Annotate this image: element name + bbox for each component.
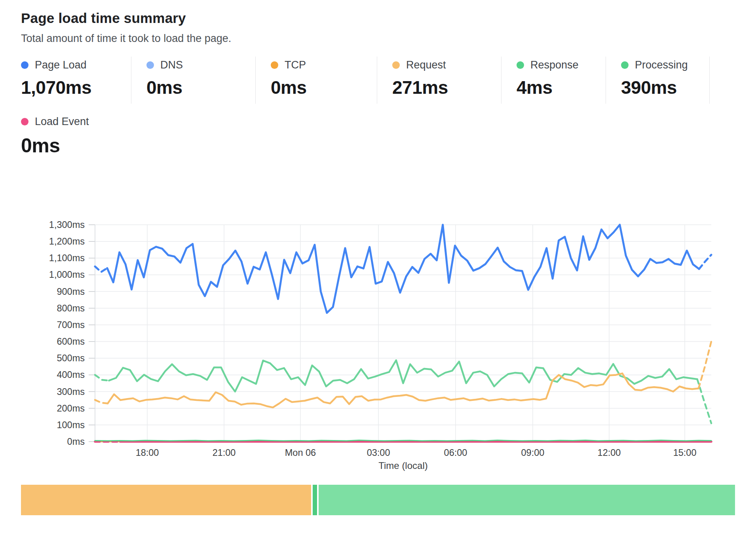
metric-value: 4ms (517, 77, 606, 98)
timeline-segment-orange-period[interactable] (21, 485, 311, 515)
svg-text:03:00: 03:00 (367, 448, 390, 458)
legend-item-response[interactable]: Response 4ms (501, 57, 606, 104)
metric-value: 0ms (271, 77, 377, 98)
tcp-color-dot (271, 61, 278, 69)
page-load-color-dot (21, 61, 28, 69)
metric-value: 0ms (21, 134, 756, 157)
svg-text:0ms: 0ms (67, 436, 85, 447)
metric-label: Processing (635, 59, 688, 71)
legend-item-page-load[interactable]: Page Load 1,070ms (21, 57, 131, 104)
svg-text:1,000ms: 1,000ms (49, 269, 85, 280)
svg-text:200ms: 200ms (57, 403, 85, 414)
svg-text:700ms: 700ms (57, 320, 85, 330)
metric-label: Response (530, 59, 579, 71)
svg-text:Mon 06: Mon 06 (285, 448, 316, 458)
metric-label: Request (406, 59, 446, 71)
svg-text:09:00: 09:00 (521, 448, 545, 458)
legend-item-dns[interactable]: DNS 0ms (131, 57, 256, 104)
svg-text:21:00: 21:00 (213, 448, 236, 458)
svg-text:18:00: 18:00 (136, 448, 159, 458)
metric-label: TCP (285, 59, 306, 71)
svg-text:1,100ms: 1,100ms (49, 253, 85, 263)
metric-value: 0ms (146, 77, 255, 98)
timeline-segment-green-stripe[interactable] (313, 485, 317, 515)
dns-color-dot (146, 61, 154, 69)
response-color-dot (517, 61, 524, 69)
svg-text:12:00: 12:00 (598, 448, 621, 458)
processing-color-dot (621, 61, 629, 69)
svg-text:400ms: 400ms (57, 370, 85, 380)
svg-text:100ms: 100ms (57, 420, 85, 430)
legend-item-load-event[interactable]: Load Event 0ms (21, 116, 756, 157)
timeline-segment-green-period[interactable] (319, 485, 735, 515)
page: Page load time summary Total amount of t… (0, 0, 756, 515)
svg-text:15:00: 15:00 (673, 448, 697, 458)
legend-item-tcp[interactable]: TCP 0ms (256, 57, 377, 104)
metric-value: 271ms (392, 77, 501, 98)
metric-label: Load Event (35, 116, 89, 128)
svg-text:500ms: 500ms (57, 353, 85, 363)
svg-text:1,300ms: 1,300ms (49, 220, 85, 230)
page-subtitle: Total amount of time it took to load the… (21, 32, 756, 45)
svg-text:300ms: 300ms (57, 387, 85, 397)
metric-label: Page Load (35, 59, 87, 71)
load-event-color-dot (21, 118, 28, 125)
page-load-time-chart[interactable]: 0ms100ms200ms300ms400ms500ms600ms700ms80… (0, 215, 756, 476)
legend-item-request[interactable]: Request 271ms (377, 57, 501, 104)
svg-text:600ms: 600ms (57, 336, 85, 347)
metrics-legend-row: Page Load 1,070ms DNS 0ms TCP 0ms Reques… (21, 57, 756, 104)
svg-text:06:00: 06:00 (444, 448, 467, 458)
metric-value: 390ms (621, 77, 709, 98)
request-color-dot (392, 61, 400, 69)
legend-item-processing[interactable]: Processing 390ms (606, 57, 710, 104)
metric-value: 1,070ms (21, 77, 131, 98)
svg-text:1,200ms: 1,200ms (49, 236, 85, 247)
timeline-status-bar[interactable] (21, 485, 735, 515)
chart-canvas[interactable]: 0ms100ms200ms300ms400ms500ms600ms700ms80… (0, 215, 756, 476)
metric-label: DNS (160, 59, 183, 71)
svg-text:Time (local): Time (local) (378, 460, 427, 471)
svg-text:800ms: 800ms (57, 303, 85, 313)
svg-text:900ms: 900ms (57, 286, 85, 297)
page-title: Page load time summary (21, 10, 756, 26)
